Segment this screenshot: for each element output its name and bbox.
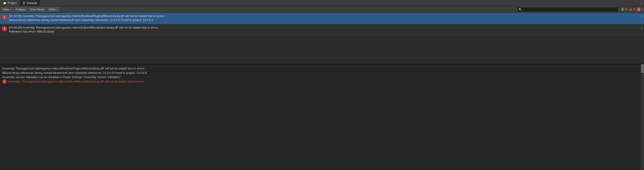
info-badge-count: 0 <box>626 8 627 11</box>
scrollbar-thumb[interactable] <box>641 64 644 73</box>
detail-wrapper: Assembly 'Packages/com.tatumgames.mikros… <box>0 64 644 170</box>
editor-dropdown-arrow: ▾ <box>56 9 58 11</box>
detail-line: Assembly 'Packages/com.tatumgames.mikros… <box>2 66 642 71</box>
info-badge-item[interactable]: ℹ 0 <box>621 8 627 12</box>
search-box: 🔍 <box>517 7 618 12</box>
search-icon: 🔍 <box>519 8 522 11</box>
warn-badge-count: 0 <box>634 8 635 11</box>
tab-console[interactable]: ☰ Console <box>20 0 40 6</box>
editor-button[interactable]: Editor ▾ <box>47 7 60 12</box>
collapse-label: Collapse <box>16 8 26 11</box>
clear-button[interactable]: Clear ▾ <box>1 7 13 12</box>
detail-line: MikrosLibrary references strong named Ne… <box>2 71 642 75</box>
info-badge-icon: ℹ <box>621 8 624 12</box>
project-tab-icon: 📁 <box>3 2 6 5</box>
warn-badge-item[interactable]: ⚠ 0 <box>629 8 635 12</box>
log-entry-count: 1 <box>641 14 642 18</box>
scrollbar-track[interactable] <box>641 64 644 170</box>
log-entry[interactable]: ![20:34:26] Assembly 'Packages/com.tatum… <box>0 13 644 24</box>
error-pause-button[interactable]: Error Pause <box>28 7 46 12</box>
toolbar: Clear ▾ Collapse Error Pause Editor ▾ 🔍 … <box>0 6 644 13</box>
search-input[interactable] <box>523 8 617 11</box>
detail-line-error: !Assembly 'Packages/com.tatumgames.mikro… <box>2 79 642 84</box>
log-entry[interactable]: ![20:34:26] Assembly 'Packages/com.tatum… <box>0 24 644 36</box>
console-tab-icon: ☰ <box>23 2 25 5</box>
log-entry-text: [20:34:26] Assembly 'Packages/com.tatumg… <box>9 14 639 22</box>
warn-badge-icon: ⚠ <box>629 8 633 12</box>
tab-bar: 📁 Project ☰ Console ⋮ <box>0 0 644 6</box>
tab-project-label: Project <box>8 1 16 5</box>
detail-panel: Assembly 'Packages/com.tatumgames.mikros… <box>0 64 644 86</box>
error-badge-item[interactable]: ! 2 <box>637 8 643 12</box>
detail-line: Assembly Version Validation can be disab… <box>2 75 642 79</box>
collapse-button[interactable]: Collapse <box>14 7 28 12</box>
tab-project[interactable]: 📁 Project <box>0 0 20 6</box>
main-content: ![20:34:26] Assembly 'Packages/com.tatum… <box>0 13 644 170</box>
error-badge-count: 2 <box>642 8 643 11</box>
log-entry-error-icon: ! <box>2 15 7 20</box>
badge-group: ℹ 0 ⚠ 0 ! 2 <box>621 8 643 12</box>
clear-label: Clear <box>3 8 9 11</box>
error-badge-icon: ! <box>637 8 641 12</box>
tab-menu-button[interactable]: ⋮ <box>638 0 644 6</box>
error-pause-label: Error Pause <box>30 8 44 11</box>
detail-error-text: Assembly 'Packages/com.tatumgames.mikros… <box>8 80 145 83</box>
clear-dropdown-arrow: ▾ <box>10 9 11 11</box>
editor-label: Editor <box>49 8 56 11</box>
tab-console-label: Console <box>26 1 37 5</box>
log-entry-text: [20:34:26] Assembly 'Packages/com.tatumg… <box>9 26 639 34</box>
log-entry-count: 1 <box>641 26 642 29</box>
log-list: ![20:34:26] Assembly 'Packages/com.tatum… <box>0 13 644 64</box>
log-entry-error-icon: ! <box>2 26 7 31</box>
detail-error-icon: ! <box>2 79 6 84</box>
